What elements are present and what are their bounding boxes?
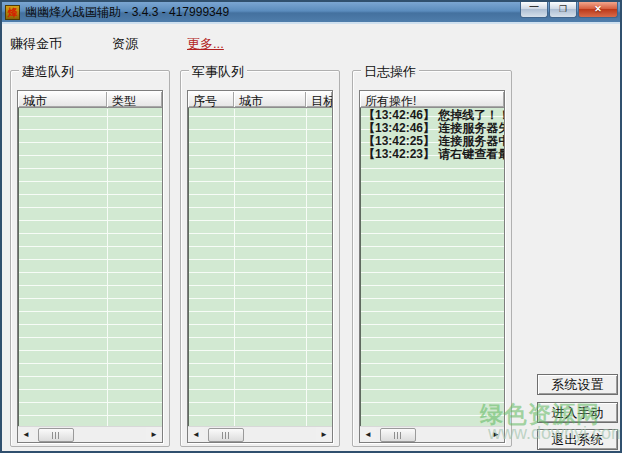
build-queue-body[interactable] bbox=[18, 109, 162, 426]
scroll-left-icon: ◄ bbox=[192, 430, 200, 439]
scroll-left-icon: ◄ bbox=[22, 430, 30, 439]
thumb-grip-icon bbox=[394, 432, 403, 439]
scrollbar-thumb[interactable] bbox=[380, 428, 416, 442]
column-divider bbox=[107, 109, 108, 426]
app-window: 烽 幽幽烽火战国辅助 - 3.4.3 - 417999349 — ❐ ✕ 赚得金… bbox=[0, 0, 622, 453]
column-divider bbox=[306, 109, 307, 426]
column-header-index[interactable]: 序号 bbox=[188, 91, 234, 107]
build-queue-list[interactable]: 城市 类型 ◄ ► bbox=[17, 90, 163, 443]
caption-buttons: — ❐ ✕ bbox=[520, 2, 618, 18]
column-header-type[interactable]: 类型 bbox=[107, 91, 162, 107]
log-entry: 【13:42:46】 连接服务器失 bbox=[360, 122, 504, 135]
minimize-button[interactable]: — bbox=[520, 2, 548, 18]
build-queue-header: 城市 类型 bbox=[18, 91, 162, 108]
menu-earn-gold[interactable]: 赚得金币 bbox=[10, 35, 62, 53]
titlebar-highlight bbox=[2, 22, 620, 24]
maximize-icon: ❐ bbox=[559, 4, 567, 14]
scroll-right-button[interactable]: ► bbox=[488, 427, 504, 443]
scroll-right-button[interactable]: ► bbox=[146, 427, 162, 443]
column-header-target[interactable]: 目标 bbox=[306, 91, 332, 107]
build-queue-panel: 建造队列 城市 类型 ◄ ► bbox=[10, 70, 170, 447]
scroll-right-icon: ► bbox=[492, 430, 500, 439]
military-queue-list[interactable]: 序号 城市 目标 ◄ ► bbox=[187, 90, 333, 443]
column-header-city[interactable]: 城市 bbox=[234, 91, 306, 107]
build-queue-title: 建造队列 bbox=[19, 63, 77, 81]
log-entry: 【13:42:23】 请右键查看最 bbox=[360, 148, 504, 161]
military-horizontal-scrollbar[interactable]: ◄ ► bbox=[188, 426, 332, 442]
military-queue-title: 军事队列 bbox=[189, 63, 247, 81]
log-list[interactable]: 所有操作! 【13:42:46】 您掉线了！！ 【13:42:46】 连接服务器… bbox=[359, 90, 505, 443]
scroll-right-icon: ► bbox=[150, 430, 158, 439]
log-entry: 【13:42:25】 连接服务器中 bbox=[360, 135, 504, 148]
scrollbar-thumb[interactable] bbox=[38, 428, 74, 442]
log-entry: 【13:42:46】 您掉线了！！ bbox=[360, 109, 504, 122]
log-horizontal-scrollbar[interactable]: ◄ ► bbox=[360, 426, 504, 442]
military-queue-body[interactable] bbox=[188, 109, 332, 426]
minimize-icon: — bbox=[530, 0, 539, 13]
log-body[interactable]: 【13:42:46】 您掉线了！！ 【13:42:46】 连接服务器失 【13:… bbox=[360, 109, 504, 426]
scroll-right-icon: ► bbox=[320, 430, 328, 439]
menu-more-link[interactable]: 更多... bbox=[187, 35, 224, 53]
build-horizontal-scrollbar[interactable]: ◄ ► bbox=[18, 426, 162, 442]
column-divider bbox=[234, 109, 235, 426]
column-header-city[interactable]: 城市 bbox=[18, 91, 107, 107]
military-queue-header: 序号 城市 目标 bbox=[188, 91, 332, 108]
log-header: 所有操作! bbox=[360, 91, 504, 108]
log-panel: 日志操作 所有操作! 【13:42:46】 您掉线了！！ 【13:42:46】 … bbox=[352, 70, 512, 447]
system-settings-button[interactable]: 系统设置 bbox=[537, 374, 618, 395]
exit-system-button[interactable]: 退出系统 bbox=[537, 429, 618, 450]
military-queue-panel: 军事队列 序号 城市 目标 ◄ ► bbox=[180, 70, 340, 447]
scroll-left-icon: ◄ bbox=[364, 430, 372, 439]
scroll-left-button[interactable]: ◄ bbox=[360, 427, 376, 443]
thumb-grip-icon bbox=[222, 432, 231, 439]
column-header-all-operations[interactable]: 所有操作! bbox=[360, 91, 504, 107]
scroll-left-button[interactable]: ◄ bbox=[18, 427, 34, 443]
thumb-grip-icon bbox=[52, 432, 61, 439]
close-icon: ✕ bbox=[594, 4, 602, 14]
menu-resources[interactable]: 资源 bbox=[112, 35, 138, 53]
app-icon: 烽 bbox=[5, 5, 20, 20]
scrollbar-thumb[interactable] bbox=[208, 428, 244, 442]
log-panel-title: 日志操作 bbox=[361, 63, 419, 81]
scroll-left-button[interactable]: ◄ bbox=[188, 427, 204, 443]
scroll-right-button[interactable]: ► bbox=[316, 427, 332, 443]
window-title: 幽幽烽火战国辅助 - 3.4.3 - 417999349 bbox=[25, 4, 229, 21]
enter-manual-button[interactable]: 进入手动 bbox=[537, 402, 618, 423]
maximize-button[interactable]: ❐ bbox=[549, 2, 577, 18]
close-button[interactable]: ✕ bbox=[578, 2, 618, 18]
